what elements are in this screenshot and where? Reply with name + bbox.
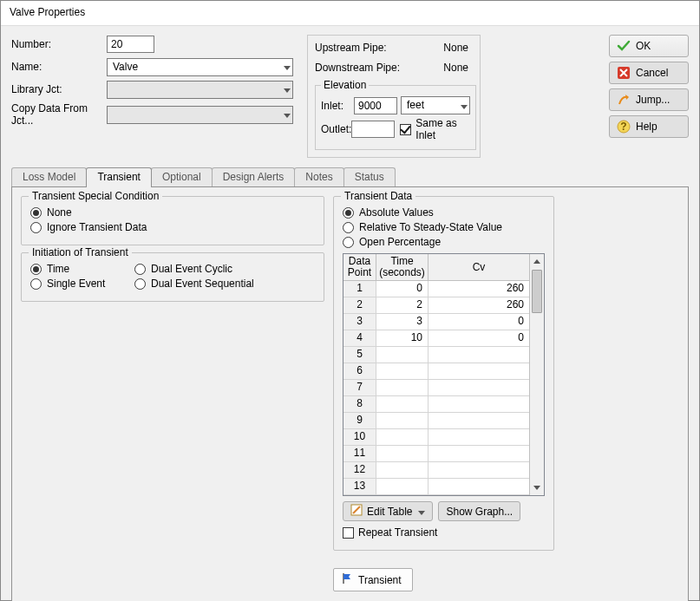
scroll-down-icon[interactable] (530, 480, 544, 495)
table-row[interactable]: 22260 (343, 297, 529, 314)
same-as-inlet-checkbox[interactable] (400, 124, 411, 135)
inlet-input[interactable] (354, 97, 397, 114)
init-time-radio[interactable] (30, 264, 42, 275)
special-ignore-radio[interactable] (30, 222, 42, 233)
table-row[interactable]: 13 (343, 479, 529, 495)
cell-cv[interactable]: 0 (429, 314, 529, 330)
row-index: 9 (343, 413, 376, 428)
cell-time[interactable]: 10 (376, 330, 429, 346)
cancel-label: Cancel (636, 67, 668, 79)
cell-time[interactable] (376, 462, 429, 478)
cell-cv[interactable] (429, 396, 529, 412)
initiation-group: Initiation of Transient Time Single Even… (21, 252, 324, 302)
cell-time[interactable] (376, 413, 429, 428)
cell-time[interactable] (376, 396, 429, 412)
cancel-button[interactable]: Cancel (609, 62, 689, 84)
initiation-legend: Initiation of Transient (29, 246, 132, 258)
cell-time[interactable] (376, 347, 429, 363)
inlet-label: Inlet: (321, 100, 354, 112)
cell-cv[interactable] (429, 429, 529, 445)
table-row[interactable]: 10260 (343, 281, 529, 297)
special-condition-legend: Transient Special Condition (29, 190, 162, 202)
special-none-radio[interactable] (30, 207, 42, 219)
cell-time[interactable]: 0 (376, 281, 429, 297)
init-single-radio[interactable] (30, 278, 42, 290)
inlet-unit-combo[interactable]: feet (401, 96, 470, 114)
upstream-value: None (402, 42, 473, 54)
tab-notes[interactable]: Notes (294, 167, 343, 186)
table-row[interactable]: 12 (343, 462, 529, 479)
cell-time[interactable]: 3 (376, 314, 429, 330)
tab-transient[interactable]: Transient (86, 167, 152, 187)
cell-cv[interactable] (429, 446, 529, 461)
identity-form: Number: Name: Valve Library Jct: (11, 35, 302, 130)
show-graph-label: Show Graph... (446, 506, 513, 518)
cell-cv[interactable]: 0 (429, 330, 529, 346)
jump-label: Jump... (636, 94, 670, 106)
tdata-absolute-radio[interactable] (343, 207, 354, 219)
help-button[interactable]: ? Help (609, 115, 689, 138)
table-row[interactable]: 11 (343, 446, 529, 462)
table-scrollbar[interactable] (529, 254, 544, 495)
cell-cv[interactable] (429, 479, 529, 494)
init-cyclic-radio[interactable] (134, 264, 146, 275)
number-label: Number: (11, 38, 107, 50)
cell-cv[interactable]: 260 (429, 281, 529, 297)
pipe-elevation-panel: Upstream Pipe: None Downstream Pipe: Non… (307, 35, 481, 158)
init-single-label: Single Event (47, 278, 105, 290)
chevron-down-icon (284, 83, 291, 95)
edit-table-button[interactable]: Edit Table (343, 501, 433, 521)
cell-cv[interactable] (429, 380, 529, 395)
table-row[interactable]: 10 (343, 429, 529, 446)
name-value: Valve (113, 61, 138, 73)
table-row[interactable]: 8 (343, 396, 529, 413)
table-row[interactable]: 4100 (343, 330, 529, 347)
library-combo[interactable] (107, 81, 293, 99)
cell-time[interactable] (376, 380, 429, 395)
copy-combo[interactable] (107, 106, 293, 124)
flag-icon (341, 572, 353, 587)
row-index: 8 (343, 396, 376, 412)
tab-status[interactable]: Status (343, 167, 396, 186)
init-sequential-radio[interactable] (134, 278, 146, 290)
tdata-relative-radio[interactable] (343, 222, 354, 233)
number-input[interactable] (107, 36, 154, 53)
bottom-tab-transient[interactable]: Transient (333, 568, 413, 591)
edit-icon (350, 504, 363, 519)
table-row[interactable]: 5 (343, 347, 529, 363)
cell-cv[interactable] (429, 363, 529, 379)
cell-time[interactable] (376, 429, 429, 445)
copy-label: Copy Data From Jct... (11, 102, 107, 127)
scroll-thumb[interactable] (532, 270, 542, 313)
tab-loss-model[interactable]: Loss Model (11, 167, 87, 186)
table-row[interactable]: 9 (343, 413, 529, 429)
jump-button[interactable]: Jump... (609, 88, 689, 111)
check-icon (617, 39, 631, 53)
outlet-input[interactable] (351, 121, 395, 138)
scroll-up-icon[interactable] (530, 254, 544, 269)
chevron-down-icon (284, 61, 291, 73)
table-row[interactable]: 6 (343, 363, 529, 380)
tab-optional[interactable]: Optional (151, 167, 213, 186)
table-row[interactable]: 330 (343, 314, 529, 330)
elevation-legend: Elevation (321, 79, 369, 91)
cell-time[interactable]: 2 (376, 297, 429, 313)
row-index: 13 (343, 479, 376, 494)
name-label: Name: (11, 61, 107, 73)
repeat-transient-checkbox[interactable] (343, 527, 354, 539)
cell-time[interactable] (376, 446, 429, 461)
transient-data-group: Transient Data Absolute Values Relative … (333, 196, 554, 551)
ok-button[interactable]: OK (609, 35, 689, 57)
cell-cv[interactable] (429, 462, 529, 478)
tdata-openpct-radio[interactable] (343, 237, 354, 248)
table-row[interactable]: 7 (343, 380, 529, 396)
name-combo[interactable]: Valve (107, 58, 293, 76)
cell-cv[interactable]: 260 (429, 297, 529, 313)
show-graph-button[interactable]: Show Graph... (438, 501, 520, 521)
transient-table[interactable]: Data Point Time (seconds) Cv 102 (343, 253, 545, 496)
cell-cv[interactable] (429, 347, 529, 363)
cell-cv[interactable] (429, 413, 529, 428)
cell-time[interactable] (376, 363, 429, 379)
tab-design-alerts[interactable]: Design Alerts (212, 167, 296, 186)
cell-time[interactable] (376, 479, 429, 494)
